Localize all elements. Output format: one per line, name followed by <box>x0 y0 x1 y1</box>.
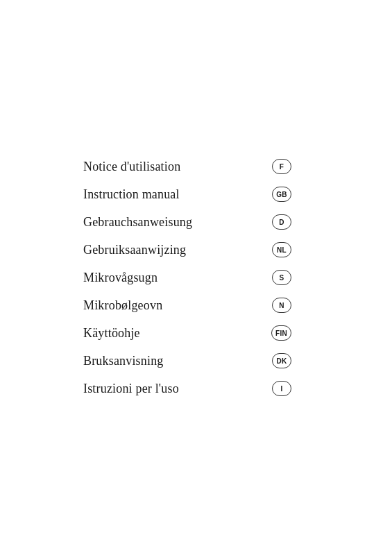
menu-item-label: Mikrobølgeovn <box>83 298 162 313</box>
lang-badge: S <box>272 270 291 285</box>
menu-item[interactable]: MikrovågsugnS <box>83 264 291 291</box>
lang-badge: DK <box>272 353 291 368</box>
menu-item-label: Instruction manual <box>83 187 180 202</box>
menu-item[interactable]: BruksanvisningDK <box>83 347 291 375</box>
menu-item[interactable]: GebrauchsanweisungD <box>83 208 291 236</box>
menu-item[interactable]: KäyttöohjeFIN <box>83 319 291 347</box>
menu-item[interactable]: Istruzioni per l'usoI <box>83 375 291 402</box>
lang-badge: D <box>272 214 291 230</box>
language-menu-list: Notice d'utilisationFInstruction manualG… <box>83 153 291 402</box>
menu-item-label: Käyttöohje <box>83 326 140 341</box>
menu-item-label: Gebrauchsanweisung <box>83 215 192 230</box>
lang-badge: F <box>272 159 291 174</box>
lang-badge: GB <box>272 187 291 202</box>
lang-badge: I <box>272 381 291 396</box>
menu-item-label: Notice d'utilisation <box>83 160 180 174</box>
menu-item-label: Istruzioni per l'uso <box>83 382 179 396</box>
menu-item[interactable]: Notice d'utilisationF <box>83 153 291 180</box>
lang-badge: N <box>272 298 291 313</box>
menu-item[interactable]: GebruiksaanwijzingNL <box>83 236 291 264</box>
menu-item-label: Bruksanvisning <box>83 354 164 368</box>
menu-item[interactable]: MikrobølgeovnN <box>83 291 291 319</box>
lang-badge: FIN <box>271 325 291 341</box>
menu-item-label: Gebruiksaanwijzing <box>83 243 186 257</box>
lang-badge: NL <box>272 242 291 257</box>
menu-item-label: Mikrovågsugn <box>83 271 157 285</box>
page-container: Notice d'utilisationFInstruction manualG… <box>0 0 392 555</box>
menu-item[interactable]: Instruction manualGB <box>83 180 291 208</box>
